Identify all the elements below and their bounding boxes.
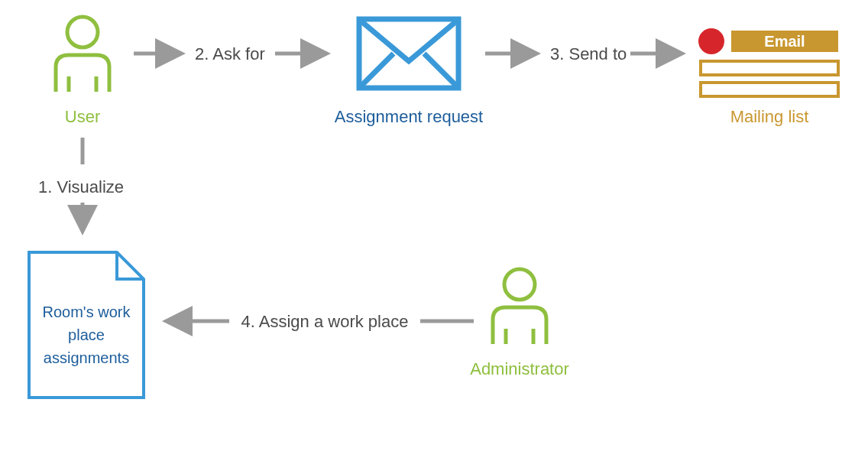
administrator-label: Administrator: [470, 359, 569, 378]
document-line2: place: [68, 326, 105, 343]
notification-dot-icon: [698, 28, 724, 54]
svg-line-6: [361, 54, 394, 86]
edge-send-to-label: 3. Send to: [550, 44, 627, 63]
user-node: User: [56, 17, 109, 126]
assignment-request-label: Assignment request: [335, 107, 483, 126]
edge-visualize: 1. Visualize: [38, 138, 124, 229]
document-line3: assignments: [44, 349, 129, 366]
edge-ask-for: 2. Ask for: [134, 44, 325, 63]
user-icon: [56, 17, 109, 92]
assignment-request-node: Assignment request: [335, 19, 483, 126]
edge-assign: 4. Assign a work place: [168, 312, 474, 331]
administrator-node: Administrator: [470, 269, 569, 378]
svg-rect-12: [701, 83, 838, 96]
edge-visualize-label: 1. Visualize: [38, 177, 124, 196]
document-node: Room's work place assignments: [29, 252, 144, 398]
administrator-icon: [493, 269, 546, 344]
svg-line-7: [424, 54, 456, 86]
edge-send-to: 3. Send to: [485, 44, 680, 63]
document-icon: Room's work place assignments: [29, 252, 144, 398]
edge-assign-label: 4. Assign a work place: [241, 312, 409, 331]
user-label: User: [65, 107, 100, 126]
mailing-list-badge: Email: [764, 33, 805, 50]
edge-ask-for-label: 2. Ask for: [195, 44, 265, 63]
envelope-icon: [359, 19, 458, 88]
mailing-list-icon: Email: [698, 28, 838, 96]
svg-point-0: [67, 17, 98, 47]
document-line1: Room's work: [43, 304, 131, 320]
svg-rect-11: [701, 61, 838, 75]
svg-point-15: [504, 269, 535, 300]
mailing-list-label: Mailing list: [730, 107, 809, 126]
mailing-list-node: Email Mailing list: [698, 28, 838, 126]
